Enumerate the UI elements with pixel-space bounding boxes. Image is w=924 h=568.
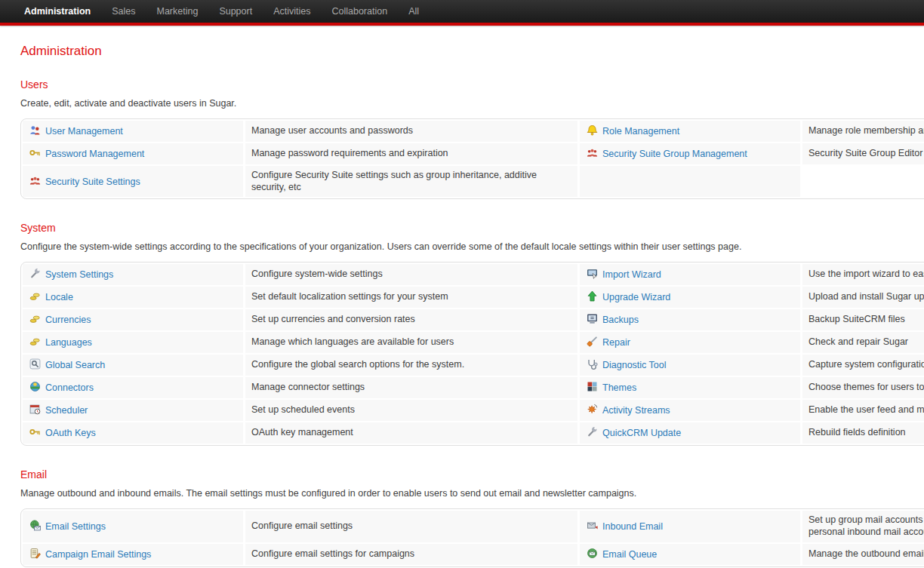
section-title: Users — [20, 78, 924, 91]
backups-link[interactable]: Backups — [602, 315, 639, 325]
locale-link[interactable]: Locale — [45, 292, 73, 302]
languages-link[interactable]: Languages — [45, 337, 92, 348]
item-description: Configure email settings for campaigns — [245, 544, 578, 565]
item-description: Configure the global search options for … — [245, 355, 578, 376]
admin-item-diagnostic-tool: Diagnostic Tool — [580, 355, 800, 376]
nav-item-activities[interactable]: Activities — [263, 0, 321, 23]
item-description: Choose themes for users to b — [802, 377, 924, 398]
admin-item-themes: Themes — [580, 377, 800, 398]
section-title: Email — [20, 468, 924, 480]
admin-item-connectors: Connectors — [23, 377, 243, 398]
empty-cell — [802, 166, 924, 197]
item-description: Capture system configuration — [802, 355, 924, 376]
section-description: Manage outbound and inbound emails. The … — [20, 488, 924, 499]
repair-icon — [587, 336, 598, 349]
nav-item-marketing[interactable]: Marketing — [146, 0, 208, 23]
item-description: Rebuild fields definition — [802, 422, 924, 444]
nav-item-all[interactable]: All — [398, 0, 430, 23]
nav-item-administration[interactable]: Administration — [14, 0, 101, 23]
campaign-email-icon — [29, 548, 41, 561]
item-description: Use the import wizard to easily — [802, 264, 924, 285]
admin-item-languages: Languages — [23, 332, 243, 353]
nav-item-sales[interactable]: Sales — [101, 0, 146, 23]
item-description: Manage the outbound email q — [802, 544, 924, 565]
activity-streams-link[interactable]: Activity Streams — [602, 405, 670, 416]
admin-item-campaign-email-settings: Campaign Email Settings — [23, 544, 243, 565]
diagnostic-icon — [587, 358, 598, 372]
item-description: Manage connector settings — [245, 377, 578, 398]
section-panel: User ManagementManage user accounts and … — [20, 118, 924, 199]
coins-icon — [29, 336, 41, 349]
item-description: Check and repair Sugar — [802, 332, 924, 353]
global-search-link[interactable]: Global Search — [45, 360, 105, 370]
role-management-link[interactable]: Role Management — [602, 126, 679, 137]
backups-icon — [587, 313, 598, 327]
admin-item-security-suite-settings: Security Suite Settings — [23, 166, 243, 197]
item-description: Manage which languages are available for… — [245, 332, 578, 353]
bell-icon — [587, 124, 598, 138]
top-nav: AdministrationSalesMarketingSupportActiv… — [0, 0, 924, 23]
admin-grid: User ManagementManage user accounts and … — [23, 121, 924, 197]
admin-item-role-management: Role Management — [580, 121, 800, 142]
upgrade-arrow-icon — [587, 290, 598, 304]
admin-item-security-suite-group-management: Security Suite Group Management — [580, 143, 800, 164]
activity-icon — [587, 404, 598, 417]
security-suite-settings-link[interactable]: Security Suite Settings — [45, 177, 140, 187]
section-users: UsersCreate, edit, activate and deactiva… — [20, 78, 924, 199]
section-panel: System SettingsConfigure system-wide set… — [20, 262, 924, 446]
admin-item-system-settings: System Settings — [23, 264, 243, 285]
admin-item-upgrade-wizard: Upgrade Wizard — [580, 287, 800, 308]
item-description: Set up scheduled events — [245, 400, 578, 421]
item-description: Set default localization settings for yo… — [245, 287, 578, 308]
admin-sections: UsersCreate, edit, activate and deactiva… — [20, 78, 924, 568]
item-description: Manage user accounts and passwords — [245, 121, 578, 142]
item-description: Configure Security Suite settings such a… — [245, 166, 578, 197]
connector-icon — [29, 381, 41, 395]
admin-item-currencies: Currencies — [23, 309, 243, 330]
section-email: EmailManage outbound and inbound emails.… — [20, 468, 924, 566]
nav-item-support[interactable]: Support — [208, 0, 263, 23]
currencies-link[interactable]: Currencies — [45, 315, 91, 325]
empty-cell — [580, 166, 800, 197]
security-suite-group-management-link[interactable]: Security Suite Group Management — [602, 149, 747, 159]
page-title: Administration — [20, 44, 924, 59]
system-settings-link[interactable]: System Settings — [45, 269, 113, 280]
campaign-email-settings-link[interactable]: Campaign Email Settings — [45, 549, 151, 560]
admin-item-global-search: Global Search — [23, 355, 243, 376]
admin-grid: System SettingsConfigure system-wide set… — [23, 264, 924, 444]
admin-item-inbound-email: Inbound Email — [580, 511, 800, 542]
user-management-link[interactable]: User Management — [45, 126, 123, 137]
upgrade-wizard-link[interactable]: Upgrade Wizard — [602, 292, 670, 302]
section-system: SystemConfigure the system-wide settings… — [20, 222, 924, 446]
search-icon — [29, 358, 41, 372]
scheduler-link[interactable]: Scheduler — [45, 405, 88, 416]
item-description: Security Suite Group Editor — [802, 143, 924, 164]
quickcrm-update-link[interactable]: QuickCRM Update — [602, 428, 681, 438]
admin-item-backups: Backups — [580, 309, 800, 330]
email-queue-link[interactable]: Email Queue — [602, 549, 657, 560]
item-description: Manage role membership and — [802, 121, 924, 142]
item-description: Manage password requirements and expirat… — [245, 143, 578, 164]
admin-item-locale: Locale — [23, 287, 243, 308]
admin-item-import-wizard: Import Wizard — [580, 264, 800, 285]
item-description: Backup SuiteCRM files — [802, 309, 924, 330]
admin-item-quickcrm-update: QuickCRM Update — [580, 422, 800, 444]
oauth-keys-link[interactable]: OAuth Keys — [45, 428, 96, 438]
password-management-link[interactable]: Password Management — [45, 149, 144, 159]
diagnostic-tool-link[interactable]: Diagnostic Tool — [602, 360, 667, 370]
group-icon — [587, 147, 598, 161]
section-panel: Email SettingsConfigure email settingsIn… — [20, 508, 924, 566]
admin-item-repair: Repair — [580, 332, 800, 353]
section-title: System — [20, 222, 924, 234]
admin-grid: Email SettingsConfigure email settingsIn… — [23, 511, 924, 564]
admin-main: Administration UsersCreate, edit, activa… — [0, 26, 924, 568]
repair-link[interactable]: Repair — [602, 337, 630, 348]
connectors-link[interactable]: Connectors — [45, 382, 94, 393]
inbound-email-link[interactable]: Inbound Email — [602, 521, 663, 532]
admin-item-email-settings: Email Settings — [23, 511, 243, 542]
email-settings-link[interactable]: Email Settings — [45, 521, 106, 532]
import-wizard-link[interactable]: Import Wizard — [602, 269, 661, 280]
nav-item-collaboration[interactable]: Collaboration — [321, 0, 398, 23]
themes-link[interactable]: Themes — [602, 382, 636, 393]
themes-icon — [587, 381, 598, 395]
